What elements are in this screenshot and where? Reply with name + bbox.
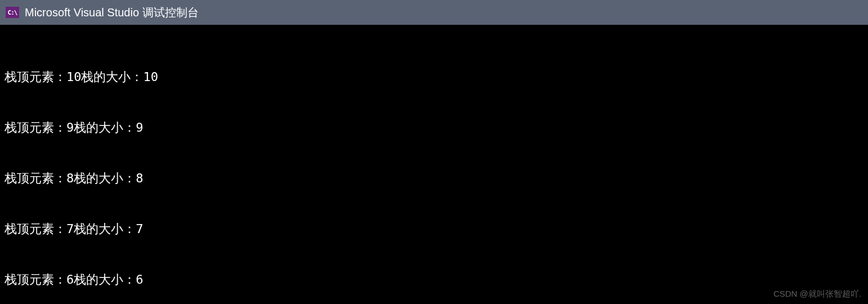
console-line: 栈顶元素：9栈的大小：9 bbox=[5, 119, 863, 136]
console-line: 栈顶元素：6栈的大小：6 bbox=[5, 271, 863, 288]
window-title: Microsoft Visual Studio 调试控制台 bbox=[25, 5, 199, 20]
console-line: 栈顶元素：7栈的大小：7 bbox=[5, 221, 863, 238]
titlebar[interactable]: C:\ Microsoft Visual Studio 调试控制台 bbox=[0, 0, 868, 25]
console-line: 栈顶元素：10栈的大小：10 bbox=[5, 69, 863, 86]
watermark: CSDN @就叫张智超吖. bbox=[773, 289, 861, 299]
console-line: 栈顶元素：8栈的大小：8 bbox=[5, 170, 863, 187]
console-output[interactable]: 栈顶元素：10栈的大小：10 栈顶元素：9栈的大小：9 栈顶元素：8栈的大小：8… bbox=[0, 25, 868, 304]
app-icon: C:\ bbox=[6, 7, 19, 18]
